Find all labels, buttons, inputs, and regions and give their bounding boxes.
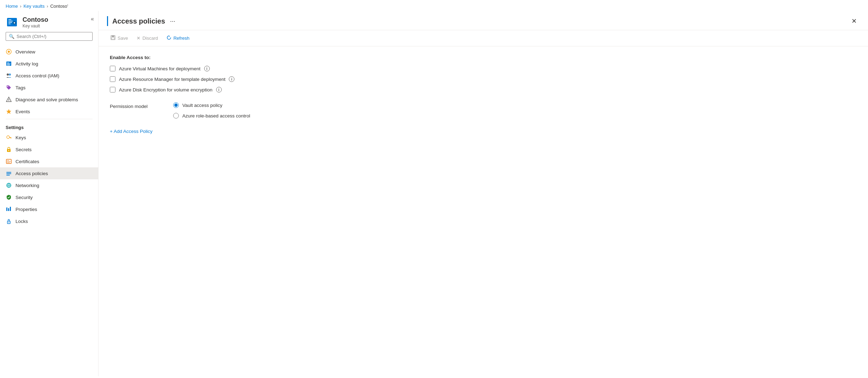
- svg-rect-30: [6, 173, 11, 174]
- svg-rect-43: [112, 38, 114, 39]
- close-button[interactable]: ✕: [849, 16, 860, 26]
- overview-icon: [6, 49, 12, 55]
- info-icon-vm[interactable]: i: [204, 66, 210, 71]
- breadcrumb-home[interactable]: Home: [6, 4, 18, 9]
- svg-point-40: [8, 222, 9, 223]
- breadcrumb: Home › Key vaults › Contoso': [0, 0, 868, 11]
- toolbar: Save ✕ Discard Refresh: [99, 30, 868, 46]
- sidebar-item-tags[interactable]: Tags: [0, 82, 98, 94]
- keys-icon: [6, 134, 12, 141]
- properties-icon: [6, 206, 12, 212]
- refresh-button[interactable]: Refresh: [163, 33, 193, 43]
- sidebar-collapse-button[interactable]: «: [89, 14, 95, 24]
- content-area: Access policies ··· ✕ Save ✕ Discard: [99, 11, 868, 376]
- radio-rbac-input[interactable]: [173, 113, 179, 118]
- more-options-button[interactable]: ···: [168, 17, 177, 26]
- sidebar-item-tags-label: Tags: [15, 85, 26, 90]
- checkbox-arm: Azure Resource Manager for template depl…: [110, 76, 857, 82]
- info-icon-arm[interactable]: i: [229, 76, 234, 82]
- keyvault-icon: [6, 16, 18, 28]
- sidebar-item-secrets-label: Secrets: [15, 147, 32, 152]
- svg-point-7: [14, 22, 15, 24]
- sidebar-item-certificates[interactable]: Certificates: [0, 155, 98, 167]
- checkbox-vm-input[interactable]: [110, 66, 115, 71]
- sidebar-item-access-policies-label: Access policies: [15, 171, 48, 176]
- sidebar-item-activity-log[interactable]: Activity log: [0, 58, 98, 70]
- checkbox-arm-input[interactable]: [110, 76, 115, 82]
- svg-point-15: [9, 73, 11, 76]
- sidebar-item-diagnose-label: Diagnose and solve problems: [15, 97, 78, 102]
- svg-marker-19: [6, 109, 11, 114]
- sidebar-item-overview-label: Overview: [15, 49, 35, 55]
- checkbox-disk-input[interactable]: [110, 87, 115, 92]
- svg-rect-42: [112, 36, 114, 37]
- sidebar-item-keys-label: Keys: [15, 135, 26, 140]
- sidebar-item-properties[interactable]: Properties: [0, 203, 98, 215]
- save-button[interactable]: Save: [107, 33, 132, 43]
- radio-rbac[interactable]: Azure role-based access control: [173, 113, 250, 118]
- refresh-label: Refresh: [174, 36, 190, 41]
- sidebar-nav: Overview Activity log: [0, 44, 98, 376]
- access-policies-icon: [6, 170, 12, 177]
- sidebar-item-security[interactable]: Security: [0, 191, 98, 203]
- svg-rect-31: [6, 175, 10, 175]
- sidebar-item-keys[interactable]: Keys: [0, 132, 98, 143]
- sidebar-item-access-policies[interactable]: Access policies: [0, 167, 98, 179]
- add-access-policy-link[interactable]: + Add Access Policy: [110, 129, 152, 134]
- svg-rect-27: [7, 161, 11, 162]
- info-icon-disk[interactable]: i: [216, 87, 222, 92]
- search-box[interactable]: 🔍: [6, 32, 93, 41]
- svg-point-17: [8, 100, 9, 101]
- svg-rect-38: [10, 207, 11, 211]
- secrets-icon: [6, 146, 12, 153]
- sidebar-item-certificates-label: Certificates: [15, 159, 39, 164]
- svg-point-24: [8, 150, 10, 151]
- svg-rect-22: [11, 138, 11, 139]
- svg-rect-28: [7, 162, 10, 163]
- tags-icon: [6, 84, 12, 91]
- checkbox-disk-label[interactable]: Azure Disk Encryption for volume encrypt…: [119, 87, 213, 92]
- checkbox-vm: Azure Virtual Machines for deployment i: [110, 66, 857, 71]
- discard-button[interactable]: ✕ Discard: [133, 33, 162, 43]
- radio-rbac-label[interactable]: Azure role-based access control: [182, 113, 250, 118]
- content-header: Access policies ··· ✕: [99, 11, 868, 30]
- checkbox-vm-label[interactable]: Azure Virtual Machines for deployment: [119, 66, 201, 71]
- svg-rect-36: [6, 207, 7, 211]
- checkbox-arm-label[interactable]: Azure Resource Manager for template depl…: [119, 77, 225, 82]
- activity-log-icon: [6, 60, 12, 67]
- save-icon: [111, 35, 115, 41]
- content-title-bar: Access policies ···: [107, 16, 844, 26]
- svg-point-20: [7, 136, 10, 139]
- svg-rect-13: [7, 65, 10, 65]
- enable-access-label: Enable Access to:: [110, 55, 857, 60]
- sidebar-item-overview[interactable]: Overview: [0, 46, 98, 58]
- radio-vault-input[interactable]: [173, 102, 179, 108]
- sidebar-item-locks[interactable]: Locks: [0, 215, 98, 227]
- svg-point-16: [7, 86, 8, 87]
- permission-model-section: Permission model Vault access policy Azu…: [110, 102, 857, 118]
- svg-rect-29: [6, 172, 11, 173]
- save-label: Save: [118, 36, 128, 41]
- main-layout: Contoso Key vault 🔍 « Overview: [0, 11, 868, 376]
- svg-rect-26: [7, 160, 9, 161]
- sidebar-item-diagnose[interactable]: Diagnose and solve problems: [0, 94, 98, 105]
- radio-vault-label[interactable]: Vault access policy: [182, 103, 222, 108]
- svg-rect-2: [8, 21, 13, 21]
- checkbox-group: Azure Virtual Machines for deployment i …: [110, 66, 857, 92]
- sidebar-item-networking[interactable]: Networking: [0, 179, 98, 191]
- search-icon: 🔍: [9, 34, 14, 39]
- sidebar-header: Contoso Key vault: [0, 11, 98, 32]
- breadcrumb-keyvaults[interactable]: Key vaults: [24, 4, 45, 9]
- search-input[interactable]: [17, 34, 89, 39]
- sidebar: Contoso Key vault 🔍 « Overview: [0, 11, 99, 376]
- sidebar-item-secrets[interactable]: Secrets: [0, 143, 98, 155]
- sidebar-item-events[interactable]: Events: [0, 105, 98, 117]
- radio-vault[interactable]: Vault access policy: [173, 102, 250, 108]
- events-icon: [6, 108, 12, 115]
- iam-icon: [6, 72, 12, 79]
- sidebar-item-networking-label: Networking: [15, 183, 39, 188]
- svg-rect-12: [7, 64, 11, 64]
- sidebar-item-iam[interactable]: Access control (IAM): [0, 70, 98, 82]
- svg-rect-3: [8, 22, 12, 23]
- title-divider: [107, 16, 108, 26]
